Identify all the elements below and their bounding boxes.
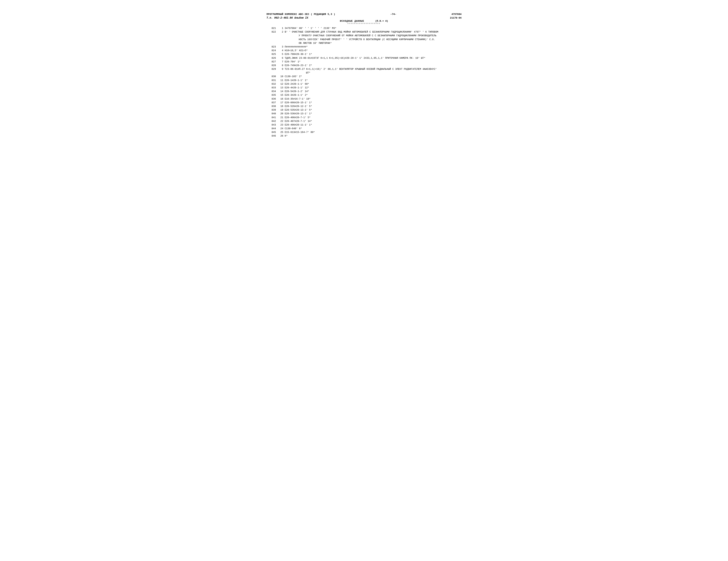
row-num: 8 <box>277 64 284 67</box>
table-row: 83717Е20-666#20-15-1' 1* <box>267 101 462 104</box>
table-row: 83919Е20-535#20-13-1' 5* <box>267 108 462 112</box>
row-content: Е20-5#20-1-2' 14* <box>284 90 462 93</box>
row-content: Е20-535#20-13-1' 5* <box>284 108 462 112</box>
row-num <box>277 34 284 38</box>
table-row: ОВ ЛИСТОВ 10' ПИВТОРАК* <box>267 41 462 45</box>
ishodnye-section: ИСХОДНЫЕ ДАННЫЕ (П.Н.= 4) <box>267 20 462 22</box>
row-content: Е20-666#20-15-1' 1* <box>284 101 462 104</box>
page-number: –74– <box>390 13 396 16</box>
table-row: 8255Е20-780#20-30-1' 1* <box>267 52 462 56</box>
table-row: 83414Е20-5#20-1-2' 14* <box>267 90 462 93</box>
table-row: 84020Е20-536#20-13-1' 1* <box>267 112 462 116</box>
params-label: (П.Н.= 4) <box>375 20 388 22</box>
row-num: 4 <box>277 49 284 52</box>
row-num: 3 <box>277 45 284 49</box>
row-id: 839 <box>267 108 277 112</box>
row-id: 822 <box>267 30 277 34</box>
row-id: 834 <box>267 90 277 93</box>
row-num: 13 <box>277 86 284 90</box>
row-content: НОСТЬ 10Л/СЕК' РАБОЧИЙ ПРОЕКТ' ' ' УСТРО… <box>284 38 462 41</box>
table-row: У ПРОЕКТУ ОЧИСТНЫХ СООРУЖЕНИЙ ОТ МОЙКИ А… <box>267 34 462 38</box>
row-content: Е20-536#20-13-1' 1* <box>284 112 462 116</box>
row-content: Е20-749#20-23-1' 2* <box>284 64 462 67</box>
row-id: 825 <box>267 52 277 56</box>
row-num: 7 <box>277 60 284 64</box>
row-id: 833 <box>267 86 277 90</box>
row-num: 25 <box>277 130 284 134</box>
row-content: Е20-3#20-1-1' 2* <box>284 93 462 97</box>
table-row: 8277Е20-704' 1* <box>267 60 462 64</box>
row-num: 20 <box>277 112 284 116</box>
table-row: 8266ТДОП,3Ф#К 23-08-01#1973Г К=1,1 К=1,0… <box>267 56 462 60</box>
table-row: 8299Т23-06-01#П.27 К=1,1(=16)' 2' 80,1,1… <box>267 67 462 71</box>
subtitle-left: Т.п. 902-2-402.86 Альбом IX <box>267 16 308 19</box>
table-row: 84424С130-640' 6* <box>267 127 462 130</box>
table-row: 84121Е20-406#20-7-1' 5* <box>267 116 462 119</box>
doc-number2: 21178-04 <box>450 17 461 19</box>
row-num: 26 <box>277 134 284 138</box>
row-num: 2 <box>277 30 284 34</box>
table-row: 84626К* <box>267 134 462 138</box>
row-id: 829 <box>267 67 277 71</box>
row-id: 823 <box>267 45 277 49</box>
row-content: Е20-704' 1* <box>284 60 462 64</box>
doc-number: 4797884 <box>451 13 462 16</box>
row-id: 841 <box>267 116 277 119</box>
row-num: 15 <box>277 93 284 97</box>
row-id: 838 <box>267 104 277 108</box>
row-id: 846 <box>267 134 277 138</box>
table-row: 83515Е20-3#20-1-1' 2* <box>267 93 462 97</box>
row-content: Е16-35#16-7-1' 18* <box>284 97 462 101</box>
row-content: К* <box>284 134 462 138</box>
table-row: 83111Е20-1#20-1-1' 1* <box>267 79 462 82</box>
page-container: ПРОГРАММНЫЙ КОМПЛЕКС АВС-3ЕС ( РЕДАКЦИЯ … <box>263 7 465 561</box>
row-id <box>267 41 277 45</box>
table-row: 84323Е20-486#20-11-1' 1* <box>267 123 462 127</box>
ishodnye-label: ИСХОДНЫЕ ДАННЫЕ <box>340 20 364 22</box>
row-id: 836 <box>267 97 277 101</box>
row-content: ТДОП,3Ф#К 23-08-01#1973Г К=1,1 К=1,05(=1… <box>284 56 462 60</box>
row-content: В' ' ОЧИСТНЫЕ СООРУЖЕНИЯ ДЛЯ СТОЧНЫХ ВОД… <box>284 30 462 34</box>
row-id <box>267 71 277 75</box>
row-num: 18 <box>277 104 284 108</box>
row-content: Е20-407#20-7-1' 14* <box>284 119 462 123</box>
row-id <box>267 38 277 41</box>
row-id: 840 <box>267 112 277 116</box>
row-num: 16 <box>277 97 284 101</box>
row-id: 831 <box>267 79 277 82</box>
row-num: 21 <box>277 116 284 119</box>
row-num: 5 <box>277 52 284 56</box>
table-row: НОСТЬ 10Л/СЕК' РАБОЧИЙ ПРОЕКТ' ' ' УСТРО… <box>267 38 462 41</box>
row-id: 844 <box>267 127 277 130</box>
row-id: 830 <box>267 75 277 78</box>
row-num: 14 <box>277 90 284 93</box>
row-num: 9 <box>277 67 284 71</box>
row-num: 6 <box>277 56 284 60</box>
table-row: 8288Е20-749#20-23-1' 2* <box>267 64 462 67</box>
row-content: Е15-613#15-164-7' 80* <box>284 130 462 134</box>
row-num <box>277 71 284 75</box>
row-id: 842 <box>267 119 277 123</box>
row-num: 24 <box>277 127 284 130</box>
row-content: П##############* <box>284 45 462 49</box>
row-id: 828 <box>267 64 277 67</box>
row-id: 832 <box>267 82 277 86</box>
table-row: 84222Е20-407#20-7-1' 14* <box>267 119 462 123</box>
table-row: 8244Н10=16,5' Н21=5* <box>267 49 462 52</box>
table-row: 821134797004' Н8' ' ' 1' ' ' ' 2136' М3* <box>267 26 462 30</box>
row-num: 23 <box>277 123 284 127</box>
row-content: Е20-486#20-11-1' 1* <box>284 123 462 127</box>
row-num: 17 <box>277 101 284 104</box>
header-second-row: Т.п. 902-2-402.86 Альбом IX 21178-04 <box>267 16 462 19</box>
row-id: 837 <box>267 101 277 104</box>
data-table: 821134797004' Н8' ' ' 1' ' ' ' 2136' М3*… <box>267 26 462 138</box>
row-content: Е20-1#20-1-1' 1* <box>284 79 462 82</box>
row-content: Т23-06-01#П.27 К=1,1(=16)' 2' 80,1,1' ВЕ… <box>284 67 462 71</box>
row-num: 11 <box>277 79 284 82</box>
row-id: 824 <box>267 49 277 52</box>
table-row: ШТ* <box>267 71 462 75</box>
row-content: С130-640' 6* <box>284 127 462 130</box>
table-row: 83010С130-103' 2* <box>267 75 462 78</box>
row-num: 19 <box>277 108 284 112</box>
row-num <box>277 38 284 41</box>
